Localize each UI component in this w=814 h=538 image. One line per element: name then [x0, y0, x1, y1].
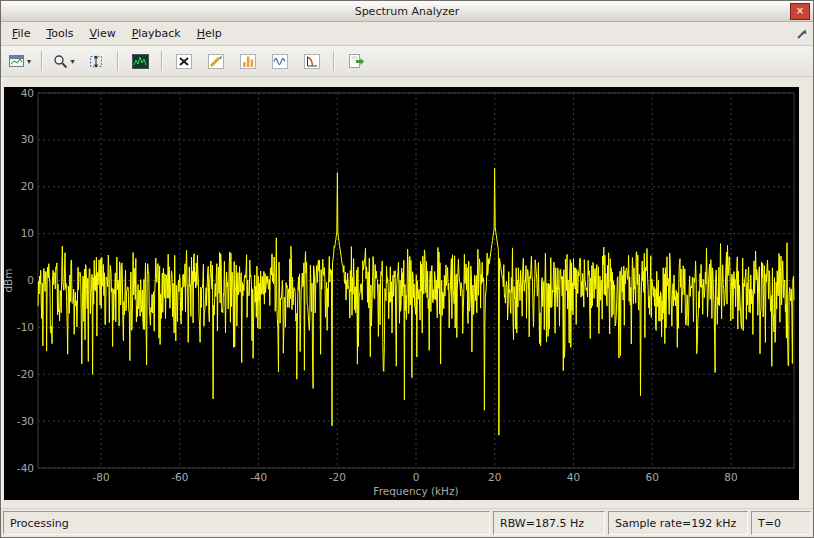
signal-statistics-button[interactable]	[201, 48, 231, 74]
y-tick-label: -30	[17, 415, 34, 427]
spectrum-analyzer-window: Spectrum Analyzer × File Tools View Play…	[0, 0, 814, 538]
zoom-icon	[53, 54, 69, 69]
x-tick-label: 80	[724, 471, 737, 483]
y-tick-label: -20	[17, 368, 34, 380]
y-tick-label: 10	[21, 227, 34, 239]
toolbar-separator	[117, 51, 119, 71]
toolbar-separator	[161, 51, 163, 71]
x-tick-label: -80	[92, 471, 109, 483]
x-tick-label: -40	[250, 471, 267, 483]
y-tick-label: 40	[21, 87, 34, 99]
configuration-button[interactable]: ▾	[5, 48, 35, 74]
close-button[interactable]: ×	[790, 3, 810, 20]
distortion-measurements-button[interactable]	[265, 48, 295, 74]
status-sample-rate: Sample rate=192 kHz	[608, 511, 748, 535]
distortion-measurements-icon	[272, 54, 288, 69]
toolbar: ▾ ▾	[1, 46, 813, 77]
signal-statistics-icon	[208, 54, 224, 69]
x-tick-label: 40	[567, 471, 580, 483]
spectrum-settings-icon	[132, 54, 149, 69]
x-tick-label: -60	[171, 471, 188, 483]
dropdown-arrow-icon[interactable]: ▾	[70, 57, 74, 66]
cursor-measurements-icon	[176, 54, 192, 69]
spectrum-settings-button[interactable]	[125, 48, 155, 74]
menu-playback[interactable]: Playback	[124, 24, 189, 43]
spectrum-canvas: -80-60-40-20020406080403020100-10-20-30-…	[4, 87, 799, 500]
status-bar: Processing RBW=187.5 Hz Sample rate=192 …	[1, 508, 813, 537]
y-tick-label: 30	[21, 133, 34, 145]
undock-button[interactable]	[796, 28, 808, 40]
menu-tools[interactable]: Tools	[38, 24, 81, 43]
y-tick-label: 0	[27, 274, 34, 286]
peak-finder-button[interactable]	[233, 48, 263, 74]
menu-file[interactable]: File	[4, 24, 38, 43]
x-tick-label: 60	[646, 471, 659, 483]
close-icon: ×	[796, 5, 804, 16]
fit-to-view-icon	[88, 54, 104, 69]
cursor-measurements-button[interactable]	[169, 48, 199, 74]
status-message: Processing	[3, 511, 490, 535]
x-tick-label: 0	[413, 471, 420, 483]
window-title: Spectrum Analyzer	[1, 5, 813, 18]
x-axis-label: Frequency (kHz)	[373, 485, 458, 497]
y-tick-label: -10	[17, 321, 34, 333]
peak-finder-icon	[240, 54, 256, 69]
menu-bar: File Tools View Playback Help	[1, 22, 813, 46]
fit-to-view-button[interactable]	[81, 48, 111, 74]
ccdf-measurements-icon	[304, 54, 320, 69]
status-time: T=0	[751, 511, 811, 535]
menu-help[interactable]: Help	[189, 24, 230, 43]
step-export-button[interactable]	[341, 48, 371, 74]
x-tick-label: 20	[488, 471, 501, 483]
plot-area-margin: -80-60-40-20020406080403020100-10-20-30-…	[1, 77, 813, 508]
menu-view[interactable]: View	[82, 24, 124, 43]
step-export-icon	[348, 54, 365, 69]
y-axis-label: dBm	[4, 268, 14, 292]
toolbar-separator	[333, 51, 335, 71]
ccdf-measurements-button[interactable]	[297, 48, 327, 74]
x-tick-label: -20	[329, 471, 346, 483]
zoom-button[interactable]: ▾	[49, 48, 79, 74]
spectrum-plot[interactable]: -80-60-40-20020406080403020100-10-20-30-…	[4, 87, 799, 500]
toolbar-separator	[41, 51, 43, 71]
undock-arrow-icon	[796, 28, 808, 40]
y-tick-label: 20	[21, 180, 34, 192]
configuration-icon	[9, 54, 26, 69]
dropdown-arrow-icon[interactable]: ▾	[27, 57, 31, 66]
y-tick-label: -40	[17, 462, 34, 474]
status-rbw: RBW=187.5 Hz	[493, 511, 605, 535]
title-bar[interactable]: Spectrum Analyzer ×	[1, 1, 813, 22]
